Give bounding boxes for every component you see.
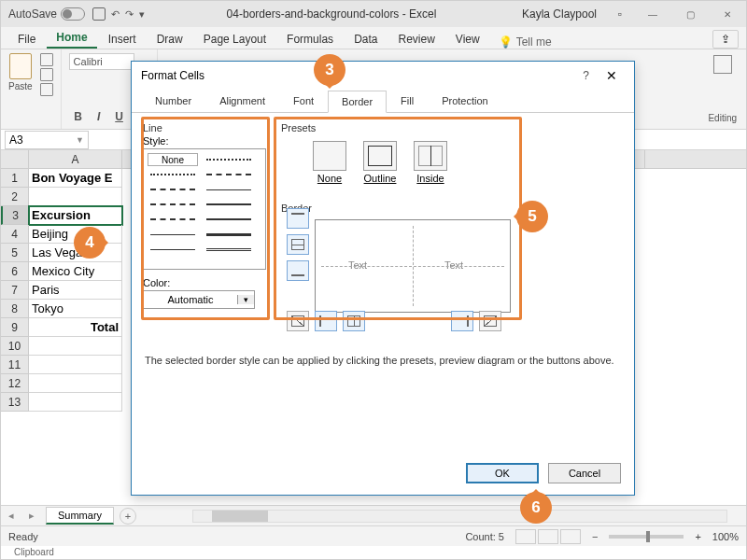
- tab-border[interactable]: Border: [328, 91, 387, 113]
- row-header[interactable]: 12: [1, 374, 29, 393]
- tab-page-layout[interactable]: Page Layout: [194, 30, 275, 49]
- line-style-option[interactable]: [148, 198, 198, 211]
- line-style-option[interactable]: [204, 213, 254, 226]
- ribbon-options-icon[interactable]: ▫: [606, 7, 634, 21]
- share-button[interactable]: ⇪: [712, 30, 739, 49]
- color-dropdown[interactable]: Automatic ▾: [143, 290, 255, 309]
- border-diag-up-button[interactable]: [287, 311, 309, 331]
- line-style-option[interactable]: [204, 243, 254, 256]
- font-name-dropdown[interactable]: Calibri: [69, 53, 134, 70]
- close-button[interactable]: ✕: [709, 1, 746, 27]
- border-preview[interactable]: Text Text: [315, 219, 511, 313]
- undo-icon[interactable]: ↶: [111, 8, 120, 21]
- border-top-button[interactable]: [287, 208, 309, 229]
- zoom-out-icon[interactable]: −: [592, 531, 598, 542]
- tab-font[interactable]: Font: [279, 90, 328, 112]
- tab-fill[interactable]: Fill: [387, 90, 428, 112]
- h-scrollbar[interactable]: [192, 510, 727, 523]
- sheet-nav-next[interactable]: ▸: [21, 510, 42, 522]
- tab-view[interactable]: View: [446, 30, 489, 49]
- line-style-option[interactable]: [148, 213, 198, 226]
- underline-button[interactable]: U: [110, 108, 129, 125]
- col-header-a[interactable]: A: [29, 150, 122, 168]
- cell[interactable]: [29, 337, 122, 356]
- selected-cell[interactable]: Excursion: [29, 206, 122, 225]
- tell-me[interactable]: 💡 Tell me: [499, 35, 552, 49]
- row-header[interactable]: 10: [1, 337, 29, 356]
- row-header[interactable]: 3: [1, 206, 29, 225]
- name-box[interactable]: A3 ▼: [5, 131, 89, 149]
- username[interactable]: Kayla Claypool: [513, 7, 606, 21]
- tab-formulas[interactable]: Formulas: [277, 30, 343, 49]
- line-style-none[interactable]: None: [148, 153, 198, 166]
- save-icon[interactable]: [92, 7, 106, 21]
- row-header[interactable]: 5: [1, 244, 29, 262]
- line-style-option[interactable]: [148, 183, 198, 196]
- select-all-corner[interactable]: [1, 150, 29, 168]
- zoom-slider[interactable]: [609, 535, 684, 539]
- autosave-toggle[interactable]: AutoSave: [1, 7, 92, 21]
- border-hmid-button[interactable]: [287, 234, 309, 255]
- cell[interactable]: [29, 393, 122, 412]
- line-style-option[interactable]: [204, 153, 254, 166]
- line-style-option[interactable]: [204, 228, 254, 241]
- view-page-layout-icon[interactable]: [538, 529, 558, 544]
- view-page-break-icon[interactable]: [560, 529, 581, 544]
- tab-review[interactable]: Review: [388, 30, 444, 49]
- border-left-button[interactable]: [315, 311, 337, 331]
- paste-button[interactable]: Paste: [8, 53, 33, 125]
- row-header[interactable]: 13: [1, 393, 29, 412]
- row-header[interactable]: 2: [1, 188, 29, 206]
- row-header[interactable]: 11: [1, 356, 29, 374]
- scroll-thumb[interactable]: [212, 511, 268, 522]
- tab-home[interactable]: Home: [47, 28, 96, 49]
- tab-data[interactable]: Data: [345, 30, 387, 49]
- ok-button[interactable]: OK: [466, 463, 539, 483]
- cell[interactable]: Tokyo: [29, 300, 122, 318]
- cell[interactable]: [29, 374, 122, 393]
- maximize-button[interactable]: ▢: [671, 1, 709, 27]
- tab-number[interactable]: Number: [141, 90, 205, 112]
- tab-insert[interactable]: Insert: [99, 30, 146, 49]
- row-header[interactable]: 9: [1, 318, 29, 337]
- format-painter-icon[interactable]: [40, 83, 53, 96]
- copy-icon[interactable]: [40, 68, 53, 81]
- zoom-in-icon[interactable]: +: [695, 531, 700, 542]
- qat-more-icon[interactable]: ▾: [139, 8, 145, 21]
- add-sheet-button[interactable]: +: [120, 508, 136, 525]
- line-style-option[interactable]: [204, 183, 254, 196]
- help-button[interactable]: ?: [573, 69, 599, 82]
- cell[interactable]: [29, 356, 122, 374]
- cell[interactable]: Total: [29, 318, 122, 337]
- line-style-option[interactable]: [148, 228, 198, 241]
- cell[interactable]: Bon Voyage E: [29, 169, 122, 188]
- line-style-option[interactable]: [204, 198, 254, 211]
- cell[interactable]: Paris: [29, 281, 122, 300]
- tab-file[interactable]: File: [8, 30, 45, 49]
- border-vmid-button[interactable]: [343, 311, 365, 331]
- border-right-button[interactable]: [451, 311, 473, 331]
- editing-icon[interactable]: [713, 55, 732, 74]
- line-style-option[interactable]: [204, 168, 254, 181]
- row-header[interactable]: 7: [1, 281, 29, 300]
- preset-inside[interactable]: Inside: [414, 141, 447, 184]
- view-normal-icon[interactable]: [515, 529, 536, 544]
- row-header[interactable]: 1: [1, 169, 29, 188]
- italic-button[interactable]: I: [90, 108, 108, 125]
- cancel-button[interactable]: Cancel: [548, 463, 621, 483]
- dialog-close-button[interactable]: ✕: [599, 68, 625, 83]
- row-header[interactable]: 8: [1, 300, 29, 318]
- row-header[interactable]: 6: [1, 262, 29, 281]
- redo-icon[interactable]: ↷: [125, 8, 134, 21]
- line-style-option[interactable]: [148, 243, 198, 256]
- preset-outline[interactable]: Outline: [363, 141, 397, 184]
- bold-button[interactable]: B: [69, 108, 88, 125]
- tab-alignment[interactable]: Alignment: [205, 90, 279, 112]
- tab-draw[interactable]: Draw: [148, 30, 192, 49]
- cell[interactable]: Mexico City: [29, 262, 122, 281]
- border-diag-down-button[interactable]: [479, 311, 501, 331]
- tab-protection[interactable]: Protection: [428, 90, 502, 112]
- minimize-button[interactable]: —: [634, 1, 671, 27]
- cell[interactable]: [29, 188, 122, 206]
- dialog-title-bar[interactable]: Format Cells ? ✕: [132, 62, 634, 90]
